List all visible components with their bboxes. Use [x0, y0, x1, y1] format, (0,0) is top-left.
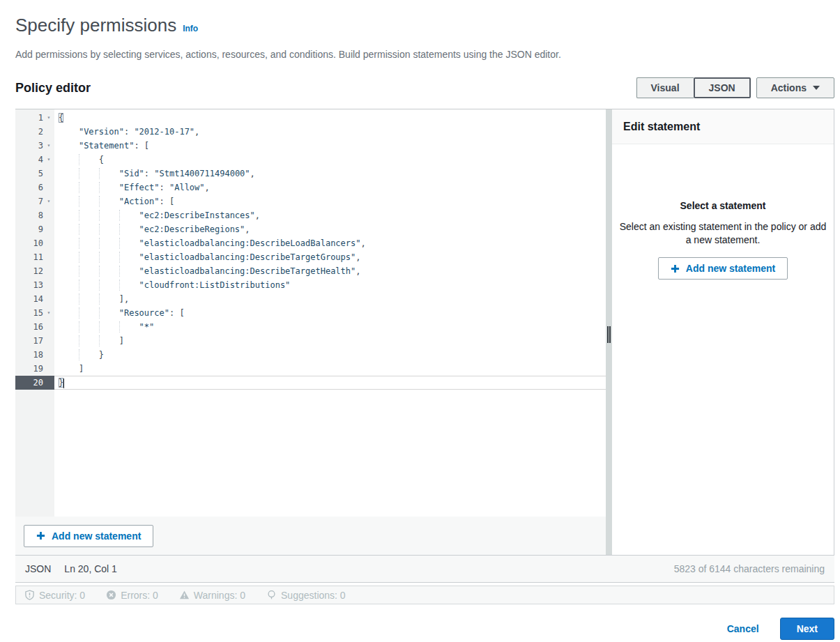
gutter-line-11[interactable]: 11 [15, 250, 54, 264]
fold-toggle-icon[interactable]: ▾ [43, 306, 54, 320]
suggestions-item[interactable]: Suggestions: 0 [266, 590, 346, 601]
warnings-item[interactable]: Warnings: 0 [179, 590, 245, 601]
code-line-text[interactable]: "Effect": "Allow", [54, 181, 606, 194]
code-line-text[interactable]: "Action": [ [54, 194, 606, 208]
gutter-line-12[interactable]: 12 [15, 264, 54, 278]
line-number: 1 [38, 111, 43, 125]
indent-guide [79, 238, 79, 249]
add-new-statement-button-panel[interactable]: Add new statement [658, 257, 788, 280]
fold-toggle-icon[interactable]: ▾ [43, 153, 54, 167]
code-token: : [ [160, 197, 175, 206]
code-line-text[interactable]: { [54, 111, 606, 125]
gutter-line-8[interactable]: 8 [15, 208, 54, 222]
gutter-line-18[interactable]: 18 [15, 348, 54, 362]
code-token: { [59, 113, 63, 123]
code-line-text[interactable]: ], [54, 292, 606, 306]
add-new-statement-button-editor[interactable]: Add new statement [24, 525, 153, 547]
gutter-line-16[interactable]: 16 [15, 320, 54, 334]
code-line-14[interactable]: 14 ], [15, 292, 606, 306]
code-line-11[interactable]: 11 "elasticloadbalancing:DescribeTargetG… [15, 250, 606, 264]
gutter-line-20[interactable]: 20 [15, 376, 54, 390]
code-line-text[interactable]: "cloudfront:ListDistributions" [54, 278, 606, 292]
status-left: JSON Ln 20, Col 1 [25, 563, 117, 574]
code-lines[interactable]: 1▾{2 "Version": "2012-10-17",3▾ "Stateme… [15, 109, 606, 517]
code-line-12[interactable]: 12 "elasticloadbalancing:DescribeTargetH… [15, 264, 606, 278]
code-line-7[interactable]: 7▾ "Action": [ [15, 194, 606, 208]
line-number: 8 [38, 208, 43, 222]
errors-label: Errors: 0 [121, 590, 158, 601]
code-line-18[interactable]: 18 } [15, 348, 606, 362]
gutter-line-17[interactable]: 17 [15, 334, 54, 348]
code-line-text[interactable]: "elasticloadbalancing:DescribeLoadBalanc… [54, 236, 606, 250]
code-line-text[interactable]: "Resource": [ [54, 306, 606, 320]
code-line-16[interactable]: 16 "*" [15, 320, 606, 334]
errors-item[interactable]: Errors: 0 [106, 590, 158, 601]
code-line-9[interactable]: 9 "ec2:DescribeRegions", [15, 222, 606, 236]
code-line-15[interactable]: 15▾ "Resource": [ [15, 306, 606, 320]
code-line-text[interactable]: "Statement": [ [54, 139, 606, 153]
code-line-17[interactable]: 17 ] [15, 334, 606, 348]
gutter-line-7[interactable]: 7▾ [15, 194, 54, 208]
code-token: "Stmt1400711494000" [154, 169, 250, 178]
code-line-text[interactable]: } [54, 348, 606, 362]
fold-toggle-icon[interactable]: ▾ [43, 194, 54, 208]
code-line-10[interactable]: 10 "elasticloadbalancing:DescribeLoadBal… [15, 236, 606, 250]
gutter-line-1[interactable]: 1▾ [15, 111, 54, 125]
code-line-text[interactable]: } [54, 376, 606, 390]
code-token: { [59, 155, 104, 165]
gutter-line-5[interactable]: 5 [15, 167, 54, 181]
gutter-line-2[interactable]: 2 [15, 125, 54, 139]
code-line-4[interactable]: 4▾ { [15, 153, 606, 167]
gutter-line-3[interactable]: 3▾ [15, 139, 54, 153]
indent-guide [79, 168, 79, 179]
next-button[interactable]: Next [780, 618, 834, 640]
code-line-text[interactable]: "ec2:DescribeInstances", [54, 208, 606, 222]
indent-guide [99, 293, 100, 305]
gutter-line-9[interactable]: 9 [15, 222, 54, 236]
code-line-text[interactable]: ] [54, 334, 606, 348]
line-number: 4 [38, 153, 43, 167]
specify-permissions-page: Specify permissionsInfo Add permissions … [0, 14, 840, 640]
code-line-5[interactable]: 5 "Sid": "Stmt1400711494000", [15, 167, 606, 181]
error-circle-icon [106, 590, 116, 600]
visual-tab-button[interactable]: Visual [636, 77, 694, 98]
fold-toggle-icon[interactable]: ▾ [43, 139, 54, 153]
line-number: 12 [33, 264, 43, 278]
code-line-text[interactable]: "Version": "2012-10-17", [54, 125, 606, 139]
gutter-line-13[interactable]: 13 [15, 278, 54, 292]
code-line-text[interactable]: "ec2:DescribeRegions", [54, 222, 606, 236]
gutter-line-19[interactable]: 19 [15, 362, 54, 376]
gutter-line-14[interactable]: 14 [15, 292, 54, 306]
code-line-text[interactable]: "Sid": "Stmt1400711494000", [54, 167, 606, 181]
code-line-6[interactable]: 6 "Effect": "Allow", [15, 181, 606, 194]
panel-resize-divider[interactable] [606, 109, 612, 555]
code-line-19[interactable]: 19 ] [15, 362, 606, 376]
code-token: , [205, 183, 210, 192]
gutter-line-10[interactable]: 10 [15, 236, 54, 250]
code-line-8[interactable]: 8 "ec2:DescribeInstances", [15, 208, 606, 222]
code-line-text[interactable]: "elasticloadbalancing:DescribeTargetHeal… [54, 264, 606, 278]
code-line-text[interactable]: "elasticloadbalancing:DescribeTargetGrou… [54, 250, 606, 264]
code-line-13[interactable]: 13 "cloudfront:ListDistributions" [15, 278, 606, 292]
actions-dropdown-button[interactable]: Actions [756, 77, 834, 98]
info-link[interactable]: Info [183, 24, 198, 33]
json-editor[interactable]: 1▾{2 "Version": "2012-10-17",3▾ "Stateme… [15, 109, 606, 555]
line-number: 17 [33, 334, 43, 348]
code-token: , [356, 266, 360, 276]
code-line-1[interactable]: 1▾{ [15, 111, 606, 125]
code-line-3[interactable]: 3▾ "Statement": [ [15, 139, 606, 153]
indent-guide [119, 210, 120, 221]
gutter-line-4[interactable]: 4▾ [15, 153, 54, 167]
resize-handle-icon[interactable] [607, 326, 611, 343]
security-findings-item[interactable]: Security: 0 [24, 590, 85, 601]
code-line-text[interactable]: { [54, 153, 606, 167]
gutter-line-6[interactable]: 6 [15, 181, 54, 194]
json-tab-button[interactable]: JSON [694, 77, 751, 98]
fold-toggle-icon[interactable]: ▾ [43, 111, 54, 125]
code-line-2[interactable]: 2 "Version": "2012-10-17", [15, 125, 606, 139]
gutter-line-15[interactable]: 15▾ [15, 306, 54, 320]
code-line-text[interactable]: ] [54, 362, 606, 376]
cancel-button[interactable]: Cancel [727, 623, 759, 634]
code-line-20[interactable]: 20} [15, 376, 606, 390]
code-line-text[interactable]: "*" [54, 320, 606, 334]
